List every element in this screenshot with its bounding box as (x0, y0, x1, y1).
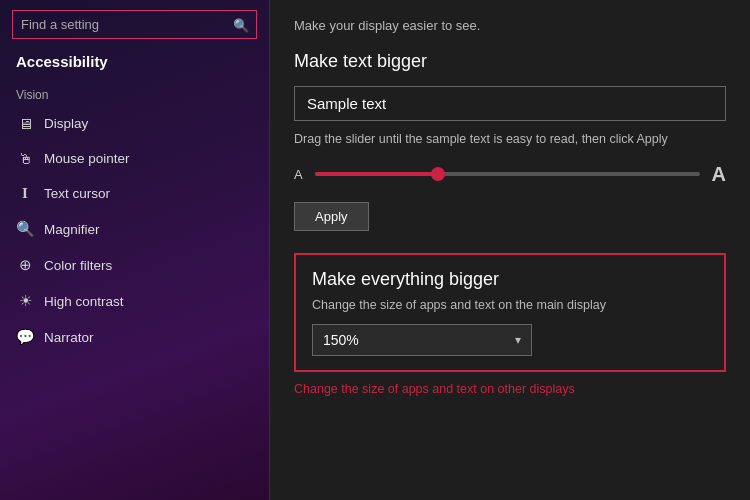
high-contrast-icon: ☀ (16, 292, 34, 310)
sidebar-title: Accessibility (0, 45, 269, 82)
sidebar: 🔍 Accessibility Vision 🖥 Display 🖱 Mouse… (0, 0, 270, 500)
sidebar-item-label-narrator: Narrator (44, 330, 94, 345)
make-everything-bigger-section: Make everything bigger Change the size o… (294, 253, 726, 372)
mouse-pointer-icon: 🖱 (16, 150, 34, 167)
slider-thumb[interactable] (431, 167, 445, 181)
sidebar-item-label-text-cursor: Text cursor (44, 186, 110, 201)
sidebar-item-label-mouse-pointer: Mouse pointer (44, 151, 130, 166)
chevron-down-icon: ▾ (515, 333, 521, 347)
display-size-dropdown[interactable]: 150% ▾ (312, 324, 532, 356)
search-bar: 🔍 (12, 10, 257, 39)
sidebar-item-high-contrast[interactable]: ☀ High contrast (0, 283, 269, 319)
display-icon: 🖥 (16, 115, 34, 132)
sidebar-item-label-color-filters: Color filters (44, 258, 112, 273)
vision-section-label: Vision (0, 82, 269, 106)
sidebar-item-magnifier[interactable]: 🔍 Magnifier (0, 211, 269, 247)
slider-big-label: A (712, 163, 726, 186)
sidebar-item-mouse-pointer[interactable]: 🖱 Mouse pointer (0, 141, 269, 176)
sidebar-item-color-filters[interactable]: ⊕ Color filters (0, 247, 269, 283)
magnifier-icon: 🔍 (16, 220, 34, 238)
other-displays-link[interactable]: Change the size of apps and text on othe… (294, 382, 726, 396)
sidebar-item-label-high-contrast: High contrast (44, 294, 124, 309)
text-size-slider-row: A A (294, 163, 726, 186)
search-input[interactable] (12, 10, 257, 39)
sidebar-item-label-magnifier: Magnifier (44, 222, 100, 237)
sidebar-item-display[interactable]: 🖥 Display (0, 106, 269, 141)
dropdown-value: 150% (323, 332, 359, 348)
main-subtitle: Make your display easier to see. (294, 18, 726, 33)
bigger-section-desc: Change the size of apps and text on the … (312, 298, 708, 312)
main-content: Make your display easier to see. Make te… (270, 0, 750, 500)
apply-button[interactable]: Apply (294, 202, 369, 231)
color-filters-icon: ⊕ (16, 256, 34, 274)
sidebar-item-label-display: Display (44, 116, 88, 131)
bigger-section-title: Make everything bigger (312, 269, 708, 290)
drag-hint: Drag the slider until the sample text is… (294, 131, 726, 149)
search-icon: 🔍 (233, 17, 249, 32)
narrator-icon: 💬 (16, 328, 34, 346)
slider-fill (315, 172, 438, 176)
slider-small-label: A (294, 167, 303, 182)
sidebar-item-narrator[interactable]: 💬 Narrator (0, 319, 269, 355)
slider-track[interactable] (315, 172, 700, 176)
text-cursor-icon: I (16, 185, 34, 202)
sample-text-display: Sample text (294, 86, 726, 121)
sidebar-item-text-cursor[interactable]: I Text cursor (0, 176, 269, 211)
text-bigger-title: Make text bigger (294, 51, 726, 72)
